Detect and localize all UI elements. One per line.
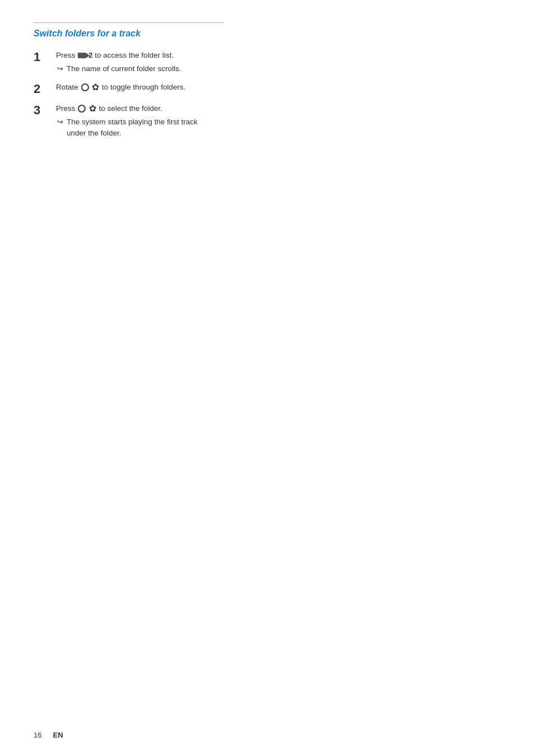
section-rule bbox=[34, 22, 224, 23]
step-content-1: Press 2 to access the folder list. ↪ The… bbox=[56, 50, 500, 75]
step-text-3: Press ✿ to select the folder. bbox=[56, 103, 500, 114]
source-icon bbox=[78, 53, 86, 58]
page-number: 16 bbox=[34, 731, 41, 739]
step-number-1: 1 bbox=[34, 50, 50, 64]
step-result-3: ↪ The system starts playing the first tr… bbox=[57, 116, 500, 139]
step-item-2: 2 Rotate ✿ to toggle through folders. bbox=[34, 82, 500, 96]
section-title: Switch folders for a track bbox=[34, 29, 500, 39]
result-text-1: The name of current folder scrolls. bbox=[67, 63, 181, 74]
step-number-3: 3 bbox=[34, 103, 50, 118]
step-number-2: 2 bbox=[34, 82, 50, 96]
step-content-2: Rotate ✿ to toggle through folders. bbox=[56, 82, 500, 93]
step-text-2: Rotate ✿ to toggle through folders. bbox=[56, 82, 500, 93]
steps-list: 1 Press 2 to access the folder list. ↪ T… bbox=[34, 50, 500, 139]
knob-icon-2: ✿ bbox=[92, 83, 99, 92]
page-footer: 16 EN bbox=[34, 731, 63, 739]
step-text-1: Press 2 to access the folder list. bbox=[56, 50, 500, 61]
step-content-3: Press ✿ to select the folder. ↪ The syst… bbox=[56, 103, 500, 139]
knob-icon-3: ✿ bbox=[89, 104, 96, 113]
circle-icon-2 bbox=[81, 83, 89, 91]
step-result-1: ↪ The name of current folder scrolls. bbox=[57, 63, 500, 74]
circle-icon-3 bbox=[78, 105, 86, 113]
result-arrow-1: ↪ bbox=[57, 63, 63, 74]
result-arrow-3: ↪ bbox=[57, 116, 63, 128]
result-text-3: The system starts playing the first trac… bbox=[67, 116, 198, 139]
page-container: Switch folders for a track 1 Press 2 to … bbox=[0, 0, 534, 180]
step-item: 1 Press 2 to access the folder list. ↪ T… bbox=[34, 50, 500, 75]
step-item-3: 3 Press ✿ to select the folder. ↪ The sy… bbox=[34, 103, 500, 139]
page-language: EN bbox=[53, 731, 63, 739]
